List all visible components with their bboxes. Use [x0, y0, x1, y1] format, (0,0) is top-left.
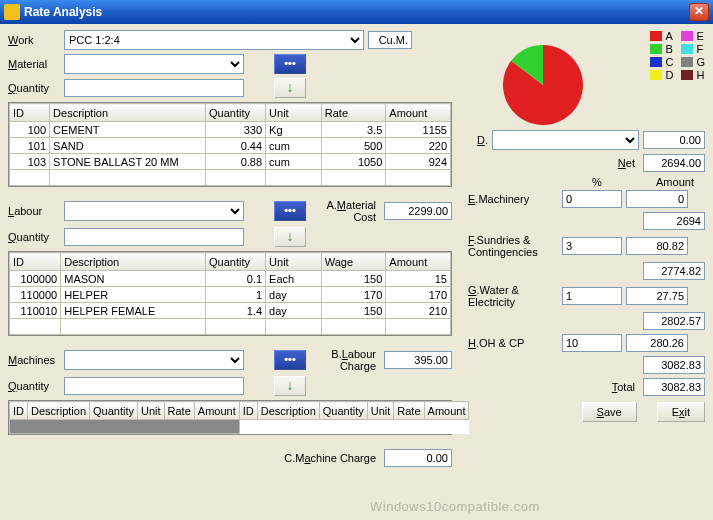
material-add-button[interactable]: ↓ — [274, 78, 306, 98]
table-row — [10, 170, 451, 186]
sundries-amt[interactable] — [626, 237, 688, 255]
water-amt[interactable] — [626, 287, 688, 305]
table-row[interactable]: 103STONE BALLAST 20 MM0.88cum1050924 — [10, 154, 451, 170]
machines-qty-input[interactable] — [64, 377, 244, 395]
legend-label: H — [696, 69, 704, 81]
work-select[interactable]: PCC 1:2:4 — [64, 30, 364, 50]
col-header[interactable]: Rate — [164, 402, 194, 420]
col-header[interactable]: Description — [28, 402, 90, 420]
legend-label: E — [696, 30, 703, 42]
ohcp-amt[interactable] — [626, 334, 688, 352]
col-header[interactable]: Unit — [367, 402, 394, 420]
machinery-pct[interactable] — [562, 190, 622, 208]
legend-item: E — [681, 30, 705, 42]
col-header[interactable]: Quantity — [319, 402, 367, 420]
legend-item: H — [681, 69, 705, 81]
legend-item: C — [650, 56, 673, 68]
legend-label: D — [665, 69, 673, 81]
ohcp-subtotal[interactable] — [643, 356, 705, 374]
col-header[interactable]: Unit — [266, 104, 322, 122]
material-select[interactable] — [64, 54, 244, 74]
material-browse-button[interactable]: ••• — [274, 54, 306, 74]
col-header[interactable]: Description — [257, 402, 319, 420]
col-header[interactable]: Unit — [266, 253, 322, 271]
pie-chart-area: ABCDEFGH — [468, 30, 705, 130]
legend-item: D — [650, 69, 673, 81]
machinery-label: E.Machinery — [468, 193, 558, 205]
watermark: Windows10compatible.com — [370, 499, 540, 514]
machines-add-button[interactable]: ↓ — [274, 376, 306, 396]
machine-charge-value[interactable] — [384, 449, 452, 467]
legend-swatch — [681, 31, 693, 41]
table-row[interactable]: 101SAND0.44cum500220 — [10, 138, 451, 154]
table-row[interactable]: 110000HELPER1day170170 — [10, 287, 451, 303]
legend-swatch — [650, 31, 662, 41]
col-header[interactable]: ID — [239, 402, 257, 420]
col-header[interactable]: ID — [10, 402, 28, 420]
legend-label: C — [665, 56, 673, 68]
col-header[interactable]: Rate — [321, 104, 386, 122]
material-cost-label: A.Material Cost — [310, 199, 380, 223]
col-header[interactable]: Amount — [194, 402, 239, 420]
machinery-subtotal[interactable] — [643, 212, 705, 230]
col-header[interactable]: Wage — [321, 253, 386, 271]
d-select[interactable] — [492, 130, 639, 150]
col-header[interactable]: ID — [10, 253, 61, 271]
col-header[interactable]: Description — [50, 104, 206, 122]
table-row[interactable]: 110010HELPER FEMALE1.4day150210 — [10, 303, 451, 319]
legend-item: B — [650, 43, 673, 55]
chart-legend: ABCDEFGH — [650, 30, 705, 82]
col-header[interactable]: Rate — [394, 402, 424, 420]
water-pct[interactable] — [562, 287, 622, 305]
legend-swatch — [681, 44, 693, 54]
water-label: G.Water & Electricity — [468, 284, 558, 308]
material-cost-value[interactable] — [384, 202, 452, 220]
d-amount[interactable] — [643, 131, 705, 149]
table-row[interactable]: 100CEMENT330Kg3.51155 — [10, 122, 451, 138]
col-header[interactable]: ID — [10, 104, 50, 122]
labour-qty-label: Quantity — [8, 231, 60, 243]
col-header[interactable]: Quantity — [205, 253, 265, 271]
material-label: Material — [8, 58, 60, 70]
water-subtotal[interactable] — [643, 312, 705, 330]
exit-button[interactable]: Exit — [657, 402, 705, 422]
col-header[interactable]: Unit — [138, 402, 165, 420]
work-unit[interactable] — [368, 31, 412, 49]
legend-label: G — [696, 56, 705, 68]
ohcp-label: H.OH & CP — [468, 337, 558, 349]
col-header[interactable]: Amount — [386, 253, 451, 271]
labour-table: IDDescriptionQuantityUnitWageAmount 1000… — [8, 251, 452, 336]
d-label: D. — [468, 134, 488, 146]
subhead: % Amount — [468, 176, 705, 188]
machines-select[interactable] — [64, 350, 244, 370]
labour-label: Labour — [8, 205, 60, 217]
machinery-amt[interactable] — [626, 190, 688, 208]
net-value[interactable] — [643, 154, 705, 172]
col-header[interactable]: Amount — [386, 104, 451, 122]
legend-swatch — [650, 70, 662, 80]
col-header[interactable]: Quantity — [205, 104, 265, 122]
pct-header: % — [567, 176, 627, 188]
sundries-pct[interactable] — [562, 237, 622, 255]
window-title: Rate Analysis — [24, 5, 689, 19]
material-qty-input[interactable] — [64, 79, 244, 97]
machines-browse-button[interactable]: ••• — [274, 350, 306, 370]
work-label: Work — [8, 34, 60, 46]
total-value[interactable] — [643, 378, 705, 396]
labour-qty-input[interactable] — [64, 228, 244, 246]
legend-label: B — [665, 43, 672, 55]
ohcp-pct[interactable] — [562, 334, 622, 352]
total-label: Total — [468, 381, 639, 393]
labour-charge-value[interactable] — [384, 351, 452, 369]
close-button[interactable]: ✕ — [689, 3, 709, 21]
labour-add-button[interactable]: ↓ — [274, 227, 306, 247]
table-row[interactable]: 100000MASON0.1Each15015 — [10, 271, 451, 287]
legend-item: G — [681, 56, 705, 68]
labour-browse-button[interactable]: ••• — [274, 201, 306, 221]
labour-select[interactable] — [64, 201, 244, 221]
col-header[interactable]: Quantity — [90, 402, 138, 420]
sundries-subtotal[interactable] — [643, 262, 705, 280]
save-button[interactable]: Save — [582, 402, 637, 422]
titlebar: Rate Analysis ✕ — [0, 0, 713, 24]
col-header[interactable]: Description — [61, 253, 206, 271]
